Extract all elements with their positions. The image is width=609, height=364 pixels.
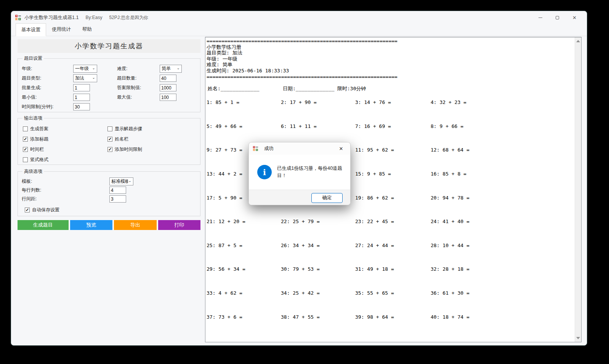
problem: 37: 73 + 6 = [207,314,281,338]
row-spacing-input[interactable] [109,195,126,203]
problem: 30: 79 + 53 = [281,266,355,290]
tab-basic-settings[interactable]: 基本设置 [16,23,46,36]
app-icon [253,146,258,152]
problem: 34: 25 + 42 = [281,290,355,314]
problem: 20: 94 + 78 = [431,195,575,219]
problem: 29: 56 + 34 = [207,266,281,290]
max-value-label: 最大值: [117,94,160,101]
grade-select-value: 一年级 [75,65,89,72]
checkbox-box[interactable] [23,126,28,131]
problem: 36: 61 + 30 = [431,290,575,314]
checkbox-label: 竖式格式 [30,156,48,163]
problem: 8: 9 + 66 = [431,123,575,147]
checkbox-autosave[interactable]: 自动保存设置 [22,205,196,215]
checkbox-generate-answers[interactable]: 生成答案 [23,124,107,134]
columns-per-row-input[interactable] [109,187,126,194]
checkbox-add-title[interactable]: 添加标题 [23,134,107,144]
scroll-down-icon[interactable] [576,337,580,339]
question-count-input[interactable] [160,75,176,82]
checkbox-box[interactable] [107,126,112,131]
close-button[interactable]: ✕ [566,12,583,23]
checkbox-vertical-format[interactable]: 竖式格式 [23,155,107,165]
window-byline: By:Easy [85,15,102,20]
checkbox-label: 自动保存设置 [32,207,59,213]
problem: 12: 68 + 64 = [431,147,575,171]
generate-button[interactable]: 生成题目 [18,220,69,230]
batch-label: 批量生成: [22,85,73,91]
checkbox-box[interactable] [23,157,28,162]
action-buttons: 生成题目 预览 导出 打印 [18,220,200,230]
info-icon: i [257,165,272,179]
template-label: 模板: [22,178,109,185]
answer-limit-input[interactable] [160,84,176,91]
minimize-button[interactable] [532,12,549,23]
close-icon: ✕ [339,146,343,152]
columns-per-row-label: 每行列数: [22,187,109,193]
problem: 31: 49 + 18 = [355,266,431,290]
preview-button[interactable]: 预览 [70,220,112,230]
type-select-value: 加法 [75,75,84,81]
minimize-icon [538,18,542,18]
tab-bar: 基本设置 使用统计 帮助 [11,24,587,36]
problem: 23: 22 + 45 = [355,219,431,243]
settings-panel: 小学数学习题生成器 题目设置 年级: 一年级⌄ 难度: 简单⌄ 题目类型: 加法… [18,39,200,230]
maximize-button[interactable] [549,12,566,23]
checkbox-box[interactable] [23,147,28,152]
type-label: 题目类型: [22,75,73,81]
type-select[interactable]: 加法⌄ [73,74,97,82]
count-label: 题目数量: [117,75,160,81]
export-button[interactable]: 导出 [114,220,156,230]
tab-help[interactable]: 帮助 [77,24,98,36]
checkbox-show-steps[interactable]: 显示解题步骤 [107,124,196,134]
dialog-title: 成功 [264,145,274,152]
template-select[interactable]: 标准模板⌄ [109,177,133,185]
problem: 11: 95 + 62 = [355,147,431,171]
time-limit-input[interactable] [73,103,90,110]
checkbox-box[interactable] [107,137,112,142]
checkbox-label: 添加标题 [30,136,48,142]
success-dialog: 成功 ✕ i 已生成1份练习册，每份40道题目！ 确定 [248,142,351,205]
difficulty-select[interactable]: 简单⌄ [160,65,182,73]
worksheet-generated-line: 生成时间: 2025-06-16 18:33:33 [207,68,289,73]
checkbox-label: 添加时间限制 [115,146,142,153]
output-options-legend: 输出选项 [22,115,44,121]
grade-select[interactable]: 一年级⌄ [73,65,97,73]
scroll-up-icon[interactable] [576,40,580,42]
checkbox-label: 显示解题步骤 [115,126,142,132]
problem: 4: 32 + 23 = [431,99,575,123]
advanced-options-legend: 高级选项 [22,168,44,175]
worksheet-difficulty-line: 难度: 简单 [207,62,232,67]
chevron-down-icon: ⌄ [177,66,180,70]
ok-button[interactable]: 确定 [311,193,343,203]
print-button[interactable]: 打印 [158,220,200,230]
worksheet-type-line: 题目类型: 加法 [207,50,242,56]
max-value-input[interactable] [160,94,176,101]
batch-count-input[interactable] [73,84,90,91]
checkbox-add-time-limit[interactable]: 添加时间限制 [107,144,196,155]
tab-usage-stats[interactable]: 使用统计 [46,24,77,36]
name-blank: 姓名:_____________ [208,85,260,92]
checkbox-box[interactable] [25,208,30,212]
difficulty-label: 难度: [117,65,160,72]
template-select-value: 标准模板 [111,178,128,185]
window-credit: 52PJ:思念是因为你 [109,14,148,21]
checkbox-box[interactable] [107,147,112,152]
row-spacing-label: 行间距: [22,196,109,202]
checkbox-name-field[interactable]: 姓名栏 [107,134,196,144]
problem: 35: 55 + 65 = [355,290,431,314]
min-value-input[interactable] [73,94,90,101]
scrollbar[interactable] [575,37,581,342]
chevron-down-icon: ⌄ [128,179,131,183]
problem: 38: 47 + 55 = [281,314,355,338]
problem: 28: 10 + 44 = [431,243,575,267]
checkbox-time-field[interactable]: 时间栏 [23,144,107,155]
chevron-down-icon: ⌄ [92,66,95,70]
advanced-options-group: 高级选项 模板: 标准模板⌄ 每行列数: 行间距: 自动保存设置 [18,168,200,216]
dialog-close-button[interactable]: ✕ [336,144,346,153]
page-title: 小学数学习题生成器 [18,39,200,53]
checkbox-label: 姓名栏 [115,136,128,142]
checkbox-box[interactable] [23,137,28,142]
title-bar: 小学生数学习题生成器1.1 By:Easy 52PJ:思念是因为你 ✕ [11,11,587,24]
dialog-message: 已生成1份练习册，每份40道题目！ [277,165,344,179]
worksheet-title: 小学数学练习册 [207,44,241,50]
